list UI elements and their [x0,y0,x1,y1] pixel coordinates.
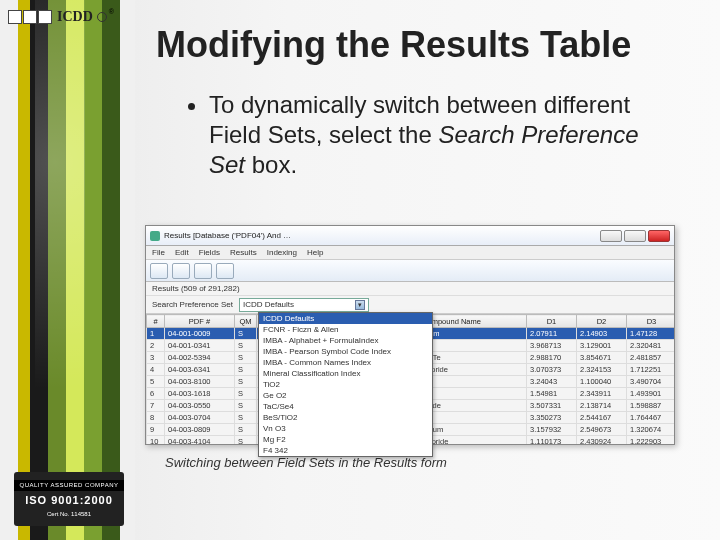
dropdown-option[interactable]: IMBA - Pearson Symbol Code Index [259,346,432,357]
column-header[interactable]: PDF # [165,315,235,328]
preference-row: Search Preference Set ICDD Defaults ▾ IC… [146,296,674,314]
logo-reg: ® [109,8,114,15]
decorative-stripe [0,0,135,540]
dropdown-option[interactable]: IMBA - Common Names Index [259,357,432,368]
column-header[interactable]: # [147,315,165,328]
dropdown-option[interactable]: BeS/TiO2 [259,412,432,423]
search-preference-set-select[interactable]: ICDD Defaults ▾ [239,298,369,312]
menu-file[interactable]: File [152,248,165,257]
bullet-suffix: box. [245,151,297,178]
preference-dropdown[interactable]: ICDD DefaultsFCNR - Ficzn & AllenIMBA - … [258,312,433,457]
window-titlebar: Results [Database ('PDF04') And … [146,226,674,246]
dropdown-option[interactable]: Mineral Classification Index [259,368,432,379]
close-button[interactable] [648,230,670,242]
minimize-button[interactable] [600,230,622,242]
dropdown-option[interactable]: TaC/Se4 [259,401,432,412]
preference-label: Search Preference Set [152,300,233,309]
toolbar [146,260,674,282]
maximize-button[interactable] [624,230,646,242]
iso-badge: QUALITY ASSURED COMPANY ISO 9001:2000 Ce… [14,472,124,526]
menu-fields[interactable]: Fields [199,248,220,257]
menu-help[interactable]: Help [307,248,323,257]
bullet-text: To dynamically switch between different … [185,90,660,180]
dropdown-option[interactable]: ICDD Defaults [259,313,432,324]
dropdown-option[interactable]: IMBA - Alphabet + FormulaIndex [259,335,432,346]
dropdown-option[interactable]: FCNR - Ficzn & Allen [259,324,432,335]
select-value: ICDD Defaults [243,300,294,309]
dropdown-option[interactable]: F4 342 [259,445,432,456]
column-header[interactable]: D2 [577,315,627,328]
dropdown-option[interactable]: Mg F2 [259,434,432,445]
results-window: Results [Database ('PDF04') And … FileEd… [145,225,675,445]
dropdown-option[interactable]: Vn O3 [259,423,432,434]
menu-results[interactable]: Results [230,248,257,257]
column-header[interactable]: D3 [627,315,675,328]
slide-title: Modifying the Results Table [156,24,690,66]
window-title-text: Results [Database ('PDF04') And … [164,231,291,240]
column-header[interactable]: D1 [527,315,577,328]
save-icon[interactable] [150,263,168,279]
print-icon[interactable] [172,263,190,279]
check-icon[interactable] [194,263,212,279]
icdd-logo: ICDD ® [8,6,123,28]
logo-text: ICDD [57,9,93,25]
window-icon [150,231,160,241]
slide: ICDD ® QUALITY ASSURED COMPANY ISO 9001:… [0,0,720,540]
column-header[interactable]: QM [235,315,257,328]
menu-bar: FileEditFieldsResultsIndexingHelp [146,246,674,260]
iso-mid: ISO 9001:2000 [25,491,113,510]
dropdown-option[interactable]: Ge O2 [259,390,432,401]
chevron-down-icon[interactable]: ▾ [355,300,365,310]
menu-edit[interactable]: Edit [175,248,189,257]
iso-bot: Cert No. 114581 [47,511,91,518]
dropdown-option[interactable]: TiO2 [259,379,432,390]
list-icon[interactable] [216,263,234,279]
iso-top: QUALITY ASSURED COMPANY [14,480,124,491]
results-count: Results (509 of 291,282) [146,282,674,296]
figure-caption: Switching between Field Sets in the Resu… [165,455,447,470]
menu-indexing[interactable]: Indexing [267,248,297,257]
